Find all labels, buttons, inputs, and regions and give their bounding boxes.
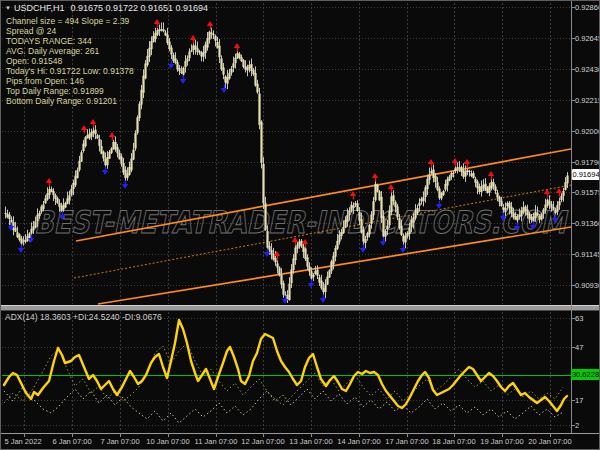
info-line: AVG. Daily Average: 261 <box>6 46 134 56</box>
blue-down-arrow-icon <box>360 248 366 253</box>
blue-down-arrow-icon <box>400 248 406 253</box>
adx-level-tag: 30.6228 <box>571 369 600 380</box>
red-up-arrow-icon <box>154 19 160 24</box>
blue-down-arrow-icon <box>320 298 326 303</box>
ohlc-quotes: 0.91675 0.91722 0.91651 0.91694 <box>70 3 208 13</box>
info-panel: Channel size = 494 Slope = 2.39Spread @ … <box>6 16 134 106</box>
info-line: Today's Hi: 0.91722 Low: 0.91378 <box>6 66 134 76</box>
blue-down-arrow-icon <box>28 238 34 243</box>
info-line: Bottom Daily Range: 0.91201 <box>6 96 134 106</box>
current-price-tag: 0.91694 <box>572 169 600 180</box>
info-line: Channel size = 494 Slope = 2.39 <box>6 16 134 26</box>
blue-down-arrow-icon <box>221 88 227 93</box>
chart-window: BEST-METATRADER-INDICATORS.COM ▼USDCHF,H… <box>0 0 600 450</box>
red-up-arrow-icon <box>388 184 394 189</box>
info-line: TODAYS RANGE: 344 <box>6 36 134 46</box>
red-up-arrow-icon <box>109 132 115 137</box>
red-up-arrow-icon <box>556 188 562 193</box>
info-line: Open: 0.91548 <box>6 56 134 66</box>
blue-down-arrow-icon <box>380 241 386 246</box>
red-up-arrow-icon <box>372 173 378 178</box>
blue-down-arrow-icon <box>180 79 186 84</box>
red-up-arrow-icon <box>207 21 213 26</box>
red-up-arrow-icon <box>488 171 494 176</box>
red-up-arrow-icon <box>81 125 87 130</box>
info-line: Pips from Open: 146 <box>6 76 134 86</box>
symbol-header: ▼USDCHF,H10.91675 0.91722 0.91651 0.9169… <box>5 3 208 13</box>
info-line: Top Daily Range: 0.91899 <box>6 86 134 96</box>
red-up-arrow-icon <box>464 159 470 164</box>
red-up-arrow-icon <box>428 159 434 164</box>
red-up-arrow-icon <box>274 251 280 256</box>
blue-down-arrow-icon <box>122 184 128 189</box>
red-up-arrow-icon <box>350 191 356 196</box>
indicator-label: ADX(14) 18.3603 +DI:24.5240 -DI:9.0676 <box>5 312 162 322</box>
red-up-arrow-icon <box>90 119 96 124</box>
blue-down-arrow-icon <box>18 248 24 253</box>
info-line: Spread @ 24 <box>6 26 134 36</box>
red-up-arrow-icon <box>234 43 240 48</box>
symbol-dropdown-icon: ▼ <box>5 5 11 11</box>
red-up-arrow-icon <box>452 158 458 163</box>
symbol-title: USDCHF,H1 <box>14 3 65 13</box>
red-up-arrow-icon <box>190 35 196 40</box>
red-up-arrow-icon <box>46 178 52 183</box>
blue-down-arrow-icon <box>102 170 108 175</box>
red-up-arrow-icon <box>544 189 550 194</box>
